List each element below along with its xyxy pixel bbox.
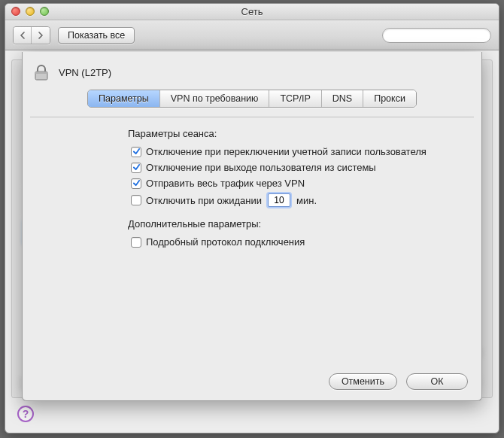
session-heading: Параметры сеанса: [128,128,463,139]
checkbox-disconnect-idle[interactable] [131,195,141,205]
tab-proxy[interactable]: Прокси [363,90,416,107]
label-send-all-traffic: Отправить весь трафик через VPN [146,178,305,189]
sheet-footer: Отменить ОК [329,373,468,390]
nav-segment [13,26,50,44]
minimize-window-button[interactable] [26,7,35,16]
sheet-title: VPN (L2TP) [59,67,111,78]
label-disconnect-on-logout: Отключение при выходе пользователя из си… [146,162,376,173]
zoom-window-button[interactable] [40,7,49,16]
label-disconnect-on-switch: Отключение при переключении учетной запи… [146,146,427,157]
checkbox-verbose-log[interactable] [131,237,141,248]
cancel-button[interactable]: Отменить [329,373,397,390]
toolbar: Показать все [5,20,499,50]
tab-options[interactable]: Параметры [88,90,160,107]
checkbox-disconnect-on-logout[interactable] [131,163,141,173]
label-disconnect-idle-suffix: мин. [296,195,317,206]
advanced-sheet: VPN (L2TP) Параметры VPN по требованию T… [22,52,482,401]
ok-button[interactable]: ОК [406,373,468,390]
label-verbose-log: Подробный протокол подключения [146,236,305,248]
preferences-window: Сеть Показать все ? [5,3,499,433]
window-title: Сеть [241,6,263,17]
idle-minutes-field[interactable] [268,193,290,207]
close-window-button[interactable] [11,7,20,16]
search-input[interactable] [382,28,491,43]
session-options-section: Параметры сеанса: Отключение при переклю… [23,117,481,214]
advanced-options-section: Дополнительные параметры: Подробный прот… [23,214,481,254]
advanced-heading: Дополнительные параметры: [128,218,463,230]
forward-button[interactable] [32,27,50,44]
help-button[interactable]: ? [17,406,34,422]
tab-bar: Параметры VPN по требованию TCP/IP DNS П… [23,90,481,108]
window-controls [11,7,49,16]
titlebar: Сеть [5,4,499,20]
chevron-right-icon [38,32,44,39]
tab-tcpip[interactable]: TCP/IP [269,90,321,107]
checkbox-send-all-traffic[interactable] [131,178,141,189]
tab-dns[interactable]: DNS [322,90,363,107]
chevron-left-icon [20,32,26,39]
checkbox-disconnect-on-switch[interactable] [131,147,141,157]
sheet-header: VPN (L2TP) [23,52,481,90]
svg-rect-3 [35,71,47,74]
show-all-button[interactable]: Показать все [58,27,135,44]
tab-vpn-on-demand[interactable]: VPN по требованию [160,90,270,107]
lock-icon [32,62,51,82]
back-button[interactable] [14,27,32,44]
label-disconnect-idle-prefix: Отключить при ожидании [146,195,262,206]
